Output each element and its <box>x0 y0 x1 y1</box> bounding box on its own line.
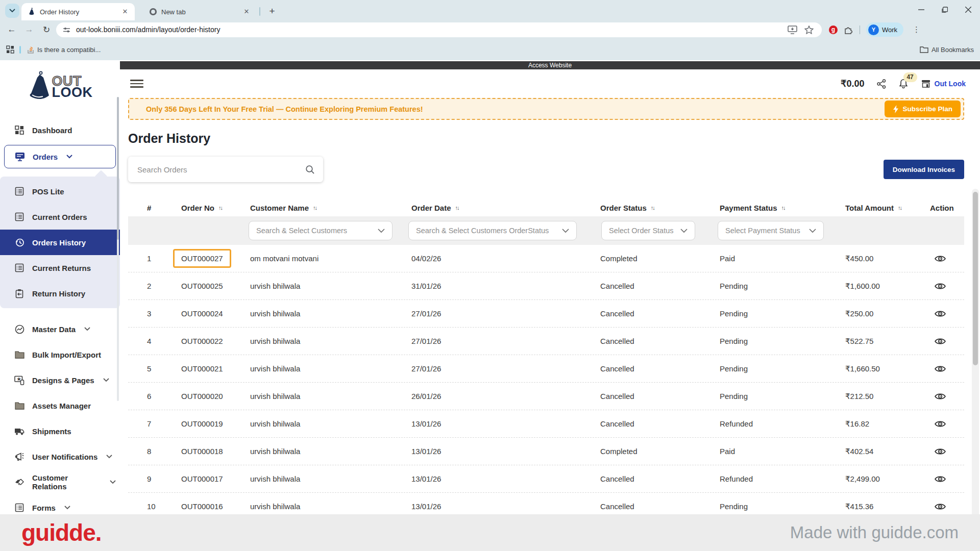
outlook-logo: OUT LOOK <box>22 67 99 106</box>
view-order-button[interactable] <box>930 420 950 428</box>
reload-button[interactable]: ↻ <box>39 22 54 37</box>
order-status-search-dropdown[interactable]: Search & Select Customers OrderStatus <box>408 221 577 240</box>
eye-icon <box>935 475 946 483</box>
all-bookmarks-button[interactable]: All Bookmarks <box>920 46 974 54</box>
dashboard-icon <box>14 126 24 135</box>
search-icon[interactable] <box>305 165 315 174</box>
site-info-icon[interactable] <box>62 26 71 34</box>
sidebar-item-current-returns[interactable]: Current Returns <box>0 255 120 281</box>
master-data-icon <box>14 324 24 334</box>
order-status-cell: Cancelled <box>600 337 720 345</box>
main-content: Access Website ₹0.00 <box>120 60 980 551</box>
page-scrollbar[interactable] <box>972 189 979 546</box>
guidde-logo: guidde. <box>21 519 102 546</box>
eye-icon <box>935 365 946 373</box>
search-orders-input[interactable] <box>137 165 305 174</box>
sidebar-item-return-history[interactable]: Return History <box>0 281 120 306</box>
chevron-down-icon <box>64 506 70 510</box>
sidebar-item-orders[interactable]: Orders <box>4 145 116 168</box>
view-order-button[interactable] <box>930 392 950 400</box>
forward-button[interactable]: → <box>21 22 37 37</box>
tab-close-icon[interactable]: ✕ <box>120 7 130 16</box>
payment-status-filter-dropdown[interactable]: Select Payment Status <box>718 221 824 240</box>
access-website-bar[interactable]: Access Website <box>120 61 980 69</box>
maximize-button[interactable] <box>933 0 957 19</box>
sidebar-item-shipments[interactable]: Shipments <box>4 420 116 442</box>
table-row[interactable]: 8 OUT000018 urvish bhilwala 13/01/26 Com… <box>128 438 964 465</box>
table-row[interactable]: 7 OUT000019 urvish bhilwala 13/01/26 Can… <box>128 410 964 438</box>
truck-icon <box>14 427 24 436</box>
customer-name-cell: urvish bhilwala <box>250 392 411 400</box>
customer-filter-dropdown[interactable]: Search & Select Customers <box>249 221 393 240</box>
view-order-button[interactable] <box>930 475 950 483</box>
table-row[interactable]: 3 OUT000024 urvish bhilwala 27/01/26 Can… <box>128 300 964 328</box>
sidebar-item-designs-pages[interactable]: ★ Designs & Pages <box>4 369 116 391</box>
order-status-cell: Cancelled <box>600 392 720 400</box>
back-button[interactable]: ← <box>4 22 19 37</box>
guidde-extension-icon[interactable]: g <box>829 26 838 34</box>
view-order-button[interactable] <box>930 255 950 263</box>
table-row[interactable]: 4 OUT000022 urvish bhilwala 27/01/26 Can… <box>128 328 964 355</box>
share-icon[interactable] <box>877 79 886 89</box>
view-order-button[interactable] <box>930 503 950 511</box>
order-date-cell: 27/01/26 <box>411 309 600 318</box>
download-invoices-button[interactable]: Download Invoices <box>884 160 964 179</box>
tab-new-tab[interactable]: New tab ✕ <box>143 3 256 20</box>
order-status-filter-dropdown[interactable]: Select Order Status <box>601 221 695 240</box>
total-amount-cell: ₹16.82 <box>845 419 930 429</box>
table-row[interactable]: 6 OUT000020 urvish bhilwala 26/01/26 Can… <box>128 383 964 410</box>
sidebar-item-customer-relations[interactable]: Customer Relations <box>4 471 116 493</box>
sidebar-item-orders-history[interactable]: Orders History <box>0 230 120 255</box>
new-tab-button[interactable]: + <box>265 5 279 18</box>
hamburger-menu-icon[interactable] <box>130 78 143 90</box>
sidebar-item-user-notifications[interactable]: User Notifications <box>4 446 116 467</box>
address-field[interactable]: out-look.boniii.com/admin/layout/order-h… <box>56 22 822 37</box>
row-number: 2 <box>147 282 181 290</box>
sidebar-scrollbar[interactable] <box>117 97 119 401</box>
subscribe-plan-button[interactable]: Subscribe Plan <box>885 101 961 117</box>
chevron-down-icon <box>562 229 569 233</box>
payment-status-cell: Pending <box>720 309 845 318</box>
sidebar-item-label: User Notifications <box>32 453 97 461</box>
sidebar-item-dashboard[interactable]: Dashboard <box>4 119 116 141</box>
sidebar-item-bulk-import-export[interactable]: Bulk Import/Export <box>4 344 116 365</box>
bookmark-item[interactable]: Is there a compatibi... <box>27 45 101 54</box>
install-icon[interactable] <box>788 26 797 34</box>
view-order-button[interactable] <box>930 447 950 456</box>
sort-icon[interactable]: ↑↓ <box>313 205 316 211</box>
sidebar-item-assets-manager[interactable]: Assets Manager <box>4 395 116 416</box>
browser-menu-icon[interactable]: ⋮ <box>910 25 923 34</box>
notifications-button[interactable]: 47 <box>898 79 909 89</box>
sort-icon[interactable]: ↑↓ <box>218 205 222 211</box>
sort-icon[interactable]: ↑↓ <box>898 205 901 211</box>
wallet-balance[interactable]: ₹0.00 <box>841 78 865 89</box>
table-row[interactable]: 9 OUT000017 urvish bhilwala 13/01/26 Can… <box>128 465 964 493</box>
table-row[interactable]: 2 OUT000025 urvish bhilwala 31/01/26 Can… <box>128 272 964 300</box>
sidebar-item-current-orders[interactable]: Current Orders <box>0 204 120 230</box>
sort-icon[interactable]: ↑↓ <box>455 205 459 211</box>
bookmark-star-icon[interactable] <box>804 26 814 34</box>
sidebar-item-master-data[interactable]: Master Data <box>4 318 116 340</box>
customer-name-cell: urvish bhilwala <box>250 309 411 318</box>
close-button[interactable] <box>957 0 980 19</box>
tab-search-button[interactable] <box>5 4 19 18</box>
profile-chip[interactable]: Y Work <box>866 22 903 37</box>
sort-icon[interactable]: ↑↓ <box>651 205 654 211</box>
sidebar-item-label: Forms <box>32 504 56 512</box>
store-button[interactable]: Out Look <box>921 79 966 88</box>
tab-order-history[interactable]: Order History ✕ <box>21 3 135 20</box>
minimize-button[interactable] <box>910 0 933 19</box>
total-amount-cell: ₹522.75 <box>845 337 930 346</box>
sidebar-item-pos-lite[interactable]: POS Lite <box>0 179 120 204</box>
table-row[interactable]: 5 OUT000021 urvish bhilwala 27/01/26 Can… <box>128 355 964 383</box>
tab-close-icon[interactable]: ✕ <box>242 7 251 16</box>
view-order-button[interactable] <box>930 282 950 290</box>
view-order-button[interactable] <box>930 310 950 318</box>
order-no-cell: OUT000019 <box>181 419 223 428</box>
apps-grid-icon[interactable] <box>6 45 14 54</box>
view-order-button[interactable] <box>930 365 950 373</box>
sort-icon[interactable]: ↑↓ <box>781 205 785 211</box>
table-row[interactable]: 1 OUT000027 om motvani motvani 04/02/26 … <box>128 245 964 272</box>
extensions-puzzle-icon[interactable] <box>844 25 853 35</box>
view-order-button[interactable] <box>930 337 950 345</box>
